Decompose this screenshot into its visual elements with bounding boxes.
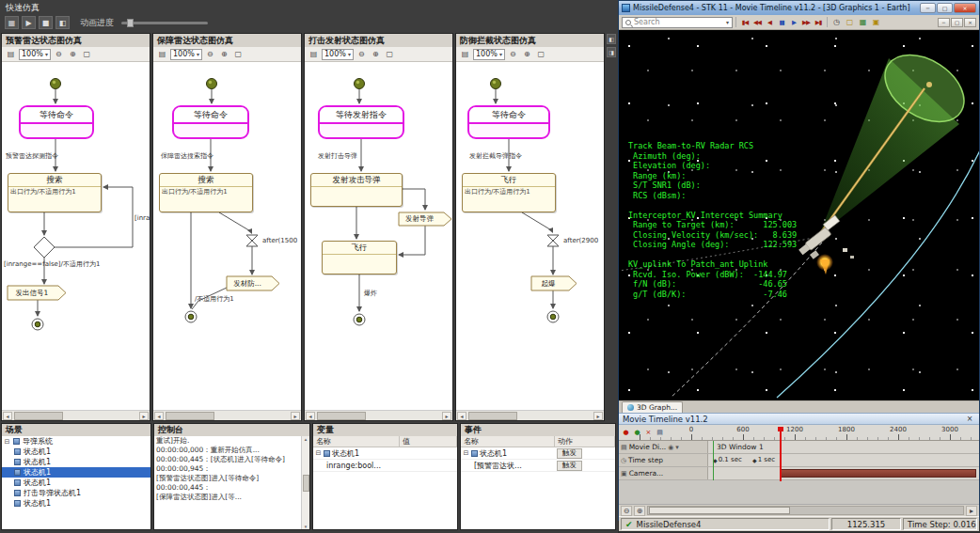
row-label-timestep[interactable]: ◷ Time step xyxy=(619,454,708,466)
reset-to-start-button[interactable]: ▮◀ xyxy=(739,17,751,28)
zoom-out-icon[interactable]: ⊖ xyxy=(621,506,632,516)
zoom-in-icon[interactable]: ⊕ xyxy=(521,48,533,60)
scroll-left-icon[interactable]: ◂ xyxy=(154,412,164,420)
tree-node-strike-statemachine[interactable]: 打击导弹状态机1 xyxy=(2,488,150,498)
scroll-down-icon[interactable]: ▾ xyxy=(305,524,308,529)
stk-titlebar[interactable]: MissileDefense4 - STK 11 - Movie Timelin… xyxy=(619,1,979,15)
zoom-select[interactable]: 100%▾ xyxy=(19,49,51,60)
fit-icon[interactable]: ▢ xyxy=(81,48,93,60)
maximize-button[interactable]: ▢ xyxy=(937,3,953,13)
timeline-row-timestep[interactable]: ◷ Time step ◆ 0.1 sec ◆ 1 sec xyxy=(619,454,979,467)
rewind-button[interactable]: ◀◀ xyxy=(751,17,763,28)
scroll-right-icon[interactable]: ▸ xyxy=(291,412,300,420)
mdi-restore-button[interactable]: ▢ xyxy=(951,18,963,27)
scroll-thumb[interactable] xyxy=(14,412,63,420)
pause-button[interactable]: ▮▮ xyxy=(776,17,787,28)
camera-track-bar[interactable] xyxy=(780,469,976,478)
scenario-icon[interactable]: ▣ xyxy=(870,17,882,28)
console-vscrollbar[interactable]: ▴ ▾ xyxy=(301,436,309,529)
zoom-select[interactable]: 100%▾ xyxy=(322,49,354,60)
mdi-close-button[interactable]: × xyxy=(964,18,976,27)
close-button[interactable]: × xyxy=(954,3,976,13)
scroll-thumb[interactable] xyxy=(468,412,517,420)
state-wait-command[interactable]: 等待命令 xyxy=(19,105,94,139)
state-flight[interactable]: 飞行 xyxy=(322,241,397,274)
variable-row[interactable]: ⊟状态机1 xyxy=(313,447,457,460)
zoom-out-icon[interactable]: ⊖ xyxy=(356,48,368,60)
animation-progress-slider[interactable] xyxy=(121,22,208,24)
state-launch-missile[interactable]: 发射攻击导弹 xyxy=(310,173,403,207)
tree-node-root[interactable]: ⊟ 导弹系统 xyxy=(2,436,150,447)
eye-icon[interactable]: ◉ xyxy=(668,444,673,451)
tab-3d-graphics[interactable]: 3D Graph... xyxy=(622,401,683,413)
list-icon[interactable]: ▤ xyxy=(156,48,168,60)
fit-icon[interactable]: ▢ xyxy=(384,48,396,60)
event-row[interactable]: [预警雷达状... 触发 xyxy=(461,460,615,472)
state-search[interactable]: 搜索 出口行为/不适用行为1 xyxy=(159,173,253,212)
variables-table[interactable]: 名称 值 ⊟状态机1 inrange:bool... xyxy=(313,436,457,529)
scroll-right-icon[interactable]: ▸ xyxy=(442,412,451,420)
row-label-movie[interactable]: ▤ Movie Di... ◉ ▾ xyxy=(619,441,708,453)
time-options-icon[interactable]: ◷ xyxy=(830,17,843,28)
zoom-in-icon[interactable]: ⊕ xyxy=(634,506,645,516)
canvas-hscrollbar[interactable]: ◂ ▸ xyxy=(456,410,604,420)
zoom-out-icon[interactable]: ⊖ xyxy=(53,48,65,60)
scene-tree[interactable]: ⊟ 导弹系统 状态机1 状态机1 状态机1 状态机1 打击导弹状态机1 状态机1 xyxy=(2,436,150,529)
scroll-left-icon[interactable]: ◂ xyxy=(457,412,466,420)
list-icon[interactable]: ▤ xyxy=(5,48,17,60)
search-input[interactable]: Search ▾ xyxy=(622,17,733,28)
timeline-ruler[interactable]: ● ● × ▤ 0 600 1200 1800 2400 3000 3600 xyxy=(619,425,979,441)
canvas-hscrollbar[interactable]: ◂ ▸ xyxy=(305,410,452,420)
scroll-up-icon[interactable]: ▴ xyxy=(305,436,308,442)
console-log[interactable]: 重试]开始. 00:00:00,000 : 重新开始仿真... 00:00:00… xyxy=(154,436,309,529)
run-icon[interactable]: ▶ xyxy=(22,16,36,29)
event-row[interactable]: ⊟状态机1 触发 xyxy=(461,447,615,460)
timeline-hscrollbar[interactable] xyxy=(647,506,964,515)
film-icon[interactable]: ▤ xyxy=(655,427,665,437)
state-wait-launch-command[interactable]: 等待发射指令 xyxy=(318,105,404,139)
scroll-right-icon[interactable]: ▸ xyxy=(139,412,149,420)
state-search[interactable]: 搜索 出口行为/不适用行为1 xyxy=(8,173,102,212)
events-table[interactable]: 名称 动作 ⊟状态机1 触发 [预警雷达状... 触发 xyxy=(461,436,615,529)
scroll-thumb[interactable] xyxy=(649,507,790,514)
scroll-thumb[interactable] xyxy=(303,475,309,492)
expand-panel-icon[interactable]: ◨ xyxy=(607,47,616,57)
variable-row[interactable]: inrange:bool... xyxy=(313,460,457,472)
trigger-event-button[interactable]: 触发 xyxy=(557,448,582,459)
slider-thumb[interactable] xyxy=(127,19,134,27)
timestep-marker[interactable]: ◆ 0.1 sec xyxy=(713,456,742,463)
trigger-event-button[interactable]: 触发 xyxy=(557,461,582,471)
canvas-hscrollbar[interactable]: ◂ ▸ xyxy=(153,410,301,420)
step-back-button[interactable]: ◀ xyxy=(764,17,775,28)
send-signal-action[interactable]: 发射导弹 xyxy=(399,212,446,226)
tree-node-statemachine[interactable]: 状态机1 xyxy=(2,457,150,467)
zoom-out-icon[interactable]: ⊖ xyxy=(204,48,216,60)
scroll-thumb[interactable] xyxy=(317,412,366,420)
layout-icon[interactable]: ◧ xyxy=(55,16,70,29)
zoom-select[interactable]: 100%▾ xyxy=(473,49,505,60)
fast-forward-button[interactable]: ▶▶ xyxy=(800,17,812,28)
row-label-camera[interactable]: ▣ Camera... xyxy=(619,467,708,479)
marker-icon[interactable]: ● xyxy=(632,427,642,437)
canvas-hscrollbar[interactable]: ◂ ▸ xyxy=(2,410,150,420)
state-flight[interactable]: 飞行 出口行为/不适用行为1 xyxy=(462,173,556,212)
fit-icon[interactable]: ▢ xyxy=(232,48,245,60)
timeline-row-movie[interactable]: ▤ Movie Di... ◉ ▾ 3D Window 1 xyxy=(619,441,979,454)
scroll-right-icon[interactable]: ▸ xyxy=(966,506,977,516)
scroll-track[interactable] xyxy=(13,412,138,420)
stop-icon[interactable]: ■ xyxy=(39,16,53,29)
zoom-select[interactable]: 100%▾ xyxy=(170,49,202,60)
chevron-down-icon[interactable]: ▾ xyxy=(675,444,679,451)
zoom-in-icon[interactable]: ⊕ xyxy=(218,48,230,60)
diagram-canvas[interactable]: 等待命令 发射拦截导弹指令 飞行 出口行为/不适用行为1 after(2900 … xyxy=(456,62,604,410)
3d-graphics-view[interactable]: Track Beam-to-RV Radar RCS Azimuth (deg)… xyxy=(619,30,979,400)
play-button[interactable]: ▶ xyxy=(788,17,799,28)
expand-icon[interactable]: ⊟ xyxy=(463,449,469,457)
tree-node-statemachine-selected[interactable]: 状态机1 xyxy=(2,467,150,478)
diagram-canvas[interactable]: 等待命令 预警雷达探测指令 搜索 出口行为/不适用行为1 [inrange==f… xyxy=(2,62,150,410)
skip-to-end-button[interactable]: ▶▮ xyxy=(813,17,824,28)
send-signal-action[interactable]: 起爆 xyxy=(531,276,571,290)
timeline-playhead[interactable] xyxy=(780,428,782,481)
diagram-canvas[interactable]: 等待发射指令 发射打击导弹 发射攻击导弹 发射导弹 飞行 爆炸 xyxy=(305,62,452,410)
timeline-row-camera[interactable]: ▣ Camera... xyxy=(619,467,979,480)
